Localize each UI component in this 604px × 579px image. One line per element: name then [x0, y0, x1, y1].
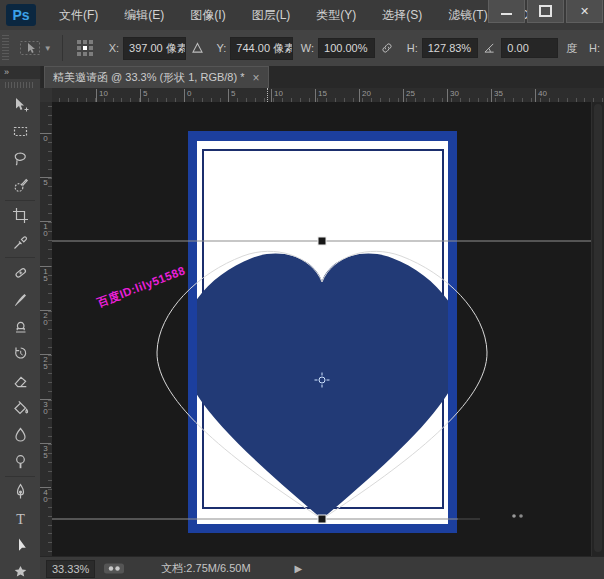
minimize-button[interactable] [488, 0, 525, 23]
menu-item-4[interactable]: 类型(Y) [303, 0, 369, 30]
toolbox-collapse-button[interactable]: » [0, 66, 40, 79]
x-input[interactable]: 397.00 像素 [123, 37, 185, 60]
status-menu-arrow-icon[interactable]: ▶ [295, 563, 303, 574]
watermark-text: 百度ID:lily51588 [94, 263, 187, 309]
blur-tool[interactable] [0, 421, 40, 448]
h-label: H: [407, 42, 418, 54]
ruler-top-label: 20 [359, 89, 371, 102]
angle-input[interactable]: 0.00 [501, 38, 558, 58]
toolbox-tools: T [0, 91, 40, 579]
eyedropper-tool[interactable] [0, 229, 40, 256]
menu-item-5[interactable]: 选择(S) [369, 0, 435, 30]
rectangular-marquee-tool[interactable] [0, 118, 40, 145]
tool-group-separator [5, 476, 35, 477]
document-tab[interactable]: 精美邀请函 @ 33.3% (形状 1, RGB/8) * × [44, 66, 269, 88]
window-controls: ✕ [486, 0, 603, 23]
transform-handle-top-center[interactable] [318, 237, 326, 245]
paint-bucket-tool[interactable] [0, 394, 40, 421]
document-size-info: 文档:2.75M/6.50M [161, 561, 250, 576]
quick-selection-tool[interactable] [0, 172, 40, 199]
minimize-icon [501, 13, 512, 15]
preset-dropdown-caret: ▼ [44, 44, 52, 53]
width-input[interactable]: 100.00% [318, 38, 375, 58]
eraser-tool[interactable] [0, 367, 40, 394]
document-tab-bar: 精美邀请函 @ 33.3% (形状 1, RGB/8) * × [40, 66, 604, 89]
brush-tool[interactable] [0, 286, 40, 313]
y-input[interactable]: 744.00 像素 [230, 37, 292, 60]
vertical-scrollbar[interactable] [591, 102, 604, 556]
ruler-top-label: 10 [96, 89, 108, 102]
options-grip[interactable] [2, 35, 9, 61]
photoshop-logo-icon: Ps [6, 4, 36, 26]
close-button[interactable]: ✕ [566, 0, 603, 23]
trailing-h-label: H: [589, 42, 600, 54]
ruler-left-label: 2 5 [40, 354, 51, 370]
ruler-top-label: 5 [228, 89, 235, 102]
path-select-preset-icon [19, 39, 41, 57]
path-selection-tool[interactable] [0, 532, 40, 559]
ruler-left-label: 3 0 [40, 399, 51, 415]
w-label: W: [301, 42, 314, 54]
tool-group-separator [5, 200, 35, 201]
canvas-artwork: 百度ID:lily51588 [52, 102, 604, 556]
restore-icon [539, 5, 552, 17]
menu-item-2[interactable]: 图像(I) [177, 0, 238, 30]
spot-healing-brush-tool[interactable] [0, 259, 40, 286]
ruler-left-label: 1 0 [40, 221, 51, 237]
toolbox-grip[interactable] [5, 82, 35, 88]
ruler-left-label: 5 [40, 177, 51, 186]
pen-tool[interactable] [0, 478, 40, 505]
lasso-tool[interactable] [0, 145, 40, 172]
menu-item-1[interactable]: 编辑(E) [111, 0, 177, 30]
type-tool[interactable]: T [0, 505, 40, 532]
menu-item-0[interactable]: 文件(F) [46, 0, 111, 30]
ruler-top-label: 10 [271, 89, 283, 102]
crop-tool[interactable] [0, 202, 40, 229]
tab-close-icon[interactable]: × [253, 72, 260, 84]
rotate-angle-icon [482, 41, 497, 55]
menu-item-3[interactable]: 图层(L) [239, 0, 304, 30]
y-label: Y: [217, 42, 227, 54]
reference-point-locator[interactable] [77, 40, 93, 56]
ruler-top-label: 40 [535, 89, 547, 102]
ruler-left-label: 1 5 [40, 266, 51, 282]
ruler-left-label: 3 5 [40, 443, 51, 459]
status-bar: 33.33% 文档:2.75M/6.50M ▶ [40, 556, 604, 579]
ruler-top-label: 35 [491, 89, 503, 102]
link-dimensions-icon[interactable] [379, 41, 395, 55]
status-panel-icon [103, 562, 125, 575]
vertical-scrollbar-thumb[interactable] [594, 104, 602, 552]
horizontal-ruler[interactable]: 1050510152025303540 [52, 88, 604, 103]
title-bar: Ps 文件(F)编辑(E)图像(I)图层(L)类型(Y)选择(S)滤镜(T)3D… [0, 0, 604, 31]
cursor-dots [512, 514, 516, 518]
ruler-left-label: 4 0 [40, 487, 51, 503]
x-label: X: [109, 42, 119, 54]
transform-handle-bottom-center[interactable] [318, 515, 326, 523]
ruler-top-label: 5 [140, 89, 147, 102]
history-brush-tool[interactable] [0, 340, 40, 367]
photoshop-window: Ps 文件(F)编辑(E)图像(I)图层(L)类型(Y)选择(S)滤镜(T)3D… [0, 0, 604, 579]
custom-shape-tool[interactable] [0, 559, 40, 579]
zoom-level-input[interactable]: 33.33% [46, 560, 95, 578]
ruler-top-label: 30 [447, 89, 459, 102]
tool-preset-picker[interactable]: ▼ [19, 39, 52, 57]
clone-stamp-tool[interactable] [0, 313, 40, 340]
angle-unit-label: 度 [566, 41, 577, 56]
restore-button[interactable] [527, 0, 564, 23]
tool-options-bar: ▼ X: 397.00 像素 Y: 744.00 像素 W: 100.00% H… [0, 30, 604, 67]
canvas-area[interactable]: 百度ID:lily51588 [52, 102, 604, 556]
ruler-left-label: 0 [40, 133, 51, 142]
tool-group-separator [5, 257, 35, 258]
ruler-top-label: 15 [315, 89, 327, 102]
dodge-tool[interactable] [0, 448, 40, 475]
move-tool[interactable] [0, 91, 40, 118]
height-input[interactable]: 127.83% [422, 38, 479, 58]
toolbox-panel: » T [0, 66, 41, 579]
delta-icon[interactable] [190, 41, 205, 55]
ruler-top-label: 0 [184, 89, 191, 102]
svg-text:T: T [16, 512, 25, 527]
document-tab-title: 精美邀请函 @ 33.3% (形状 1, RGB/8) * [53, 70, 245, 85]
ruler-mouse-position-marker [267, 88, 268, 102]
ruler-left-label: 2 0 [40, 310, 51, 326]
ruler-top-label: 25 [403, 89, 415, 102]
